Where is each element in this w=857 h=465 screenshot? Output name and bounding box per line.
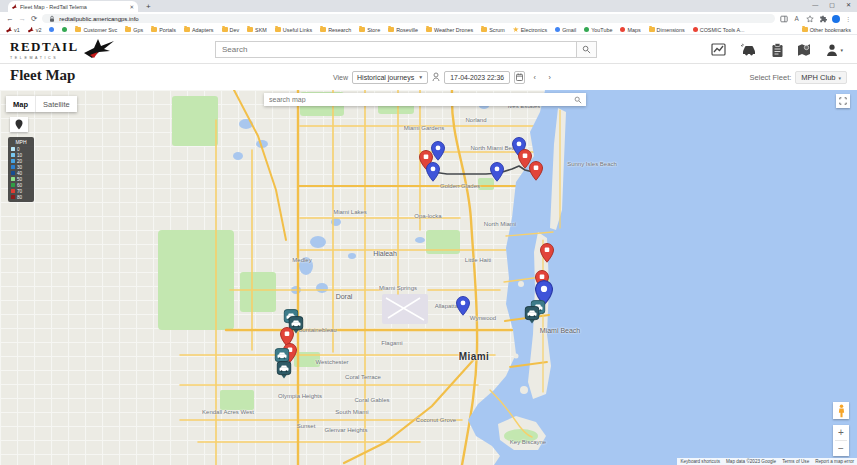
bookmark-item[interactable]: Dimensions <box>649 27 685 33</box>
calendar-button[interactable] <box>514 71 525 84</box>
vehicle-marker-red[interactable] <box>529 161 543 181</box>
bookmark-star-icon[interactable] <box>806 15 814 23</box>
vehicle-marker-blue[interactable] <box>426 162 440 182</box>
zoom-out-button[interactable]: − <box>833 441 849 456</box>
pegman-button[interactable] <box>833 402 849 419</box>
map-type-map-button[interactable]: Map <box>6 96 35 112</box>
brand-name: REDTAIL <box>10 39 79 55</box>
view-select[interactable]: Historical journeys ▼ <box>352 71 428 84</box>
reload-icon[interactable]: ⟳ <box>31 14 37 23</box>
bookmark-item[interactable] <box>49 27 54 32</box>
bookmark-item[interactable]: v2 <box>28 27 42 33</box>
clipboard-icon[interactable] <box>771 43 784 58</box>
legend-value: 30 <box>17 165 22 170</box>
folder-icon <box>184 27 190 32</box>
map-label: South Miami <box>335 409 368 415</box>
bookmark-item[interactable]: Weather Drones <box>426 27 473 33</box>
bookmark-label: v2 <box>36 27 42 33</box>
bookmark-item[interactable]: Maps <box>620 27 640 33</box>
search-icon[interactable] <box>574 96 582 104</box>
map-label: Wynwood <box>470 315 496 321</box>
map-data-credit[interactable]: Map data ©2023 Google <box>723 458 779 465</box>
map-label: Little Haiti <box>465 257 491 263</box>
speed-legend: MPH 01020304050607080 <box>8 137 34 202</box>
address-bar[interactable]: redtailpublic.americangps.info <box>42 14 775 23</box>
reader-icon[interactable]: A <box>793 15 801 23</box>
map-label: Coral Terrace <box>345 374 381 380</box>
map-search-input[interactable] <box>264 96 574 103</box>
vehicle-marker-red[interactable] <box>540 243 554 263</box>
bookmark-item[interactable]: SKM <box>247 27 267 33</box>
bookmark-label: Electronics <box>521 27 547 33</box>
map-label: Kendall Acres West <box>202 409 254 415</box>
window-close-icon[interactable]: ✕ <box>846 1 851 8</box>
prev-day-button[interactable]: ‹ <box>529 71 540 84</box>
vehicle-marker-blue[interactable] <box>490 162 504 182</box>
bookmark-item[interactable]: Dev <box>222 27 240 33</box>
bookmark-item[interactable]: Useful Links <box>275 27 312 33</box>
bookmark-item[interactable]: YouTube <box>584 27 612 33</box>
bookmark-item[interactable]: Research <box>320 27 351 33</box>
map-label: Miami Springs <box>379 285 417 291</box>
bookmark-item[interactable]: Adapters <box>184 27 214 33</box>
browser-tab[interactable]: Fleet Map - RedTail Telema ✕ <box>8 1 138 12</box>
browser-titlebar: Fleet Map - RedTail Telema ✕ + — ▢ ✕ <box>0 0 857 12</box>
redtail-logo[interactable]: REDTAIL TELEMATICS <box>10 39 79 60</box>
global-search-button[interactable] <box>576 42 596 57</box>
window-minimize-icon[interactable]: — <box>812 2 818 8</box>
map-label: Norland <box>465 117 486 123</box>
global-search-input[interactable] <box>216 42 576 57</box>
legend-value: 60 <box>17 183 22 188</box>
map-label: Opa-locka <box>414 213 441 219</box>
terms-link[interactable]: Terms of Use <box>779 458 812 465</box>
back-icon[interactable]: ← <box>6 14 14 23</box>
side-panel-icon[interactable] <box>780 15 788 23</box>
vehicle-marker-blue[interactable] <box>456 296 470 316</box>
reports-icon[interactable] <box>711 43 727 57</box>
map-label: Medley <box>292 257 311 263</box>
bookmark-item[interactable]: Scrum <box>481 27 505 33</box>
keyboard-shortcuts-link[interactable]: Keyboard shortcuts <box>677 458 723 465</box>
bookmark-item[interactable]: Store <box>359 27 380 33</box>
fleet-select[interactable]: MPH Club ▾ <box>795 71 847 84</box>
vehicle-marker-teal-dark[interactable] <box>525 306 540 324</box>
window-restore-icon[interactable]: ▢ <box>829 1 835 8</box>
bookmark-item[interactable]: Electronics <box>513 27 547 33</box>
browser-menu-icon[interactable]: ⋮ <box>845 15 851 22</box>
profile-avatar[interactable] <box>832 15 840 23</box>
bookmark-item[interactable]: Roseville <box>388 27 418 33</box>
bookmark-item[interactable]: v1 <box>6 27 20 33</box>
zoom-in-button[interactable]: + <box>833 425 849 440</box>
bookmark-item[interactable] <box>62 27 67 32</box>
bookmark-item[interactable]: Gps <box>125 27 143 33</box>
tab-close-icon[interactable]: ✕ <box>129 4 134 10</box>
date-input[interactable] <box>444 71 510 84</box>
next-day-button[interactable]: › <box>544 71 555 84</box>
bookmark-label: Research <box>328 27 351 33</box>
extensions-icon[interactable] <box>819 15 827 23</box>
driver-pin-icon[interactable] <box>432 72 440 82</box>
bookmark-item[interactable]: Customer Svc <box>75 27 117 33</box>
forward-icon[interactable]: → <box>19 14 27 23</box>
vehicle-icon[interactable] <box>740 43 758 57</box>
fleet-select-value: MPH Club <box>801 73 835 82</box>
account-menu[interactable]: ▾ <box>825 43 843 57</box>
map-icon[interactable] <box>797 43 812 57</box>
other-bookmarks[interactable]: Other bookmarks <box>802 27 851 33</box>
vehicle-marker-teal-dark[interactable] <box>277 361 292 379</box>
new-tab-button[interactable]: + <box>146 2 151 11</box>
legend-toggle-button[interactable] <box>10 117 28 132</box>
bookmark-item[interactable]: Gmail <box>555 27 576 33</box>
map-label: Sunny Isles Beach <box>567 161 617 167</box>
legend-value: 20 <box>17 159 22 164</box>
report-error-link[interactable]: Report a map error <box>812 458 857 465</box>
falcon-icon <box>28 27 34 33</box>
map-label: Olympia Heights <box>278 393 322 399</box>
bookmark-label: Dev <box>230 27 240 33</box>
other-bookmarks-label: Other bookmarks <box>810 27 851 33</box>
bookmark-item[interactable]: COSMIC Tools A... <box>693 27 745 33</box>
fullscreen-button[interactable] <box>836 94 850 108</box>
bookmark-item[interactable]: Portals <box>151 27 176 33</box>
map-type-satellite-button[interactable]: Satellite <box>35 96 77 112</box>
vehicle-marker-blue[interactable] <box>431 141 445 161</box>
